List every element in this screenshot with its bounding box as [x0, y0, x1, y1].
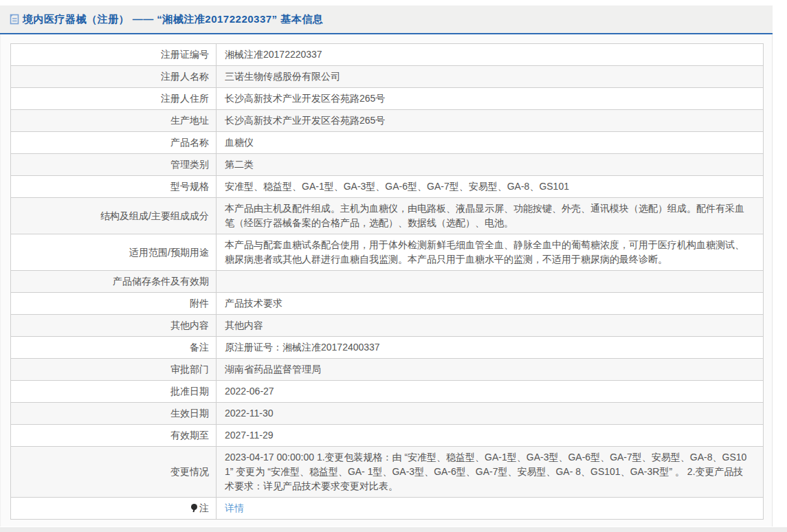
row-label: 批准日期	[11, 381, 217, 403]
table-row: 附件产品技术要求	[11, 293, 764, 315]
row-value: 长沙高新技术产业开发区谷苑路265号	[217, 88, 764, 110]
info-table-body: 注册证编号湘械注准20172220337注册人名称三诺生物传感股份有限公司注册人…	[11, 44, 764, 520]
row-value: 2027-11-29	[217, 425, 764, 447]
row-value: 2022-11-30	[217, 403, 764, 425]
row-label: 注册人名称	[11, 66, 217, 88]
table-row: 有效期至2027-11-29	[11, 425, 764, 447]
row-value: 第二类	[217, 154, 764, 176]
table-row: 注册证编号湘械注准20172220337	[11, 44, 764, 66]
document-icon	[10, 14, 20, 25]
row-label: 管理类别	[11, 154, 217, 176]
registration-info-table: 注册证编号湘械注准20172220337注册人名称三诺生物传感股份有限公司注册人…	[10, 43, 764, 520]
row-value: 产品技术要求	[217, 293, 764, 315]
row-value: 湘械注准20172220337	[217, 44, 764, 66]
row-value: 2023-04-17 00:00:00 1.变更包装规格：由 “安准型、稳益型、…	[217, 447, 764, 498]
page-title: 境内医疗器械（注册） —— “湘械注准20172220337” 基本信息	[23, 13, 323, 26]
table-row: 结构及组成/主要组成成分本产品由主机及配件组成。主机为血糖仪，由电路板、液晶显示…	[11, 198, 764, 234]
row-label: 产品储存条件及有效期	[11, 271, 217, 293]
row-value: 原注册证号：湘械注准20172400337	[217, 337, 764, 359]
row-label: 型号规格	[11, 176, 217, 198]
page-header: 境内医疗器械（注册） —— “湘械注准20172220337” 基本信息	[0, 5, 773, 34]
row-value: 血糖仪	[217, 132, 764, 154]
row-value: 湖南省药品监督管理局	[217, 359, 764, 381]
table-row: 注详情	[11, 498, 764, 520]
page: 境内医疗器械（注册） —— “湘械注准20172220337” 基本信息 注册证…	[0, 0, 787, 532]
table-row: 产品储存条件及有效期	[11, 271, 764, 293]
row-label: 附件	[11, 293, 217, 315]
table-row: 生效日期2022-11-30	[11, 403, 764, 425]
row-value: 详情	[217, 498, 764, 520]
table-row: 注册人名称三诺生物传感股份有限公司	[11, 66, 764, 88]
table-row: 型号规格安准型、稳益型、GA-1型、GA-3型、GA-6型、GA-7型、安易型、…	[11, 176, 764, 198]
row-value: 本产品与配套血糖试条配合使用，用于体外检测新鲜毛细血管全血、静脉全血中的葡萄糖浓…	[217, 234, 764, 271]
row-label: 产品名称	[11, 132, 217, 154]
row-label: 注册证编号	[11, 44, 217, 66]
row-value: 三诺生物传感股份有限公司	[217, 66, 764, 88]
table-row: 其他内容其他内容	[11, 315, 764, 337]
table-row: 适用范围/预期用途本产品与配套血糖试条配合使用，用于体外检测新鲜毛细血管全血、静…	[11, 234, 764, 271]
top-strip	[0, 0, 787, 5]
row-value: 2022-06-27	[217, 381, 764, 403]
table-row: 管理类别第二类	[11, 154, 764, 176]
row-label-text: 注	[199, 502, 209, 513]
table-row: 注册人住所长沙高新技术产业开发区谷苑路265号	[11, 88, 764, 110]
row-label: 注册人住所	[11, 88, 217, 110]
table-row: 产品名称血糖仪	[11, 132, 764, 154]
row-value	[217, 271, 764, 293]
row-value: 其他内容	[217, 315, 764, 337]
row-value: 本产品由主机及配件组成。主机为血糖仪，由电路板、液晶显示屏、功能按键、外壳、通讯…	[217, 198, 764, 234]
table-row: 变更情况2023-04-17 00:00:00 1.变更包装规格：由 “安准型、…	[11, 447, 764, 498]
row-label: 其他内容	[11, 315, 217, 337]
row-label: 备注	[11, 337, 217, 359]
row-label: 适用范围/预期用途	[11, 234, 217, 271]
table-row: 审批部门湖南省药品监督管理局	[11, 359, 764, 381]
row-label: 生效日期	[11, 403, 217, 425]
bottom-strip	[0, 527, 787, 532]
row-label: 审批部门	[11, 359, 217, 381]
row-value: 长沙高新技术产业开发区谷苑路265号	[217, 110, 764, 132]
detail-link[interactable]: 详情	[225, 502, 244, 513]
row-label: 结构及组成/主要组成成分	[11, 198, 217, 234]
table-row: 批准日期2022-06-27	[11, 381, 764, 403]
row-label: 注	[11, 498, 217, 520]
content-area: 注册证编号湘械注准20172220337注册人名称三诺生物传感股份有限公司注册人…	[0, 34, 773, 527]
table-row: 备注原注册证号：湘械注准20172400337	[11, 337, 764, 359]
table-row: 生产地址长沙高新技术产业开发区谷苑路265号	[11, 110, 764, 132]
row-label: 生产地址	[11, 110, 217, 132]
row-value: 安准型、稳益型、GA-1型、GA-3型、GA-6型、GA-7型、安易型、GA-8…	[217, 176, 764, 198]
balloon-icon	[191, 504, 198, 513]
row-label: 有效期至	[11, 425, 217, 447]
row-label: 变更情况	[11, 447, 217, 498]
